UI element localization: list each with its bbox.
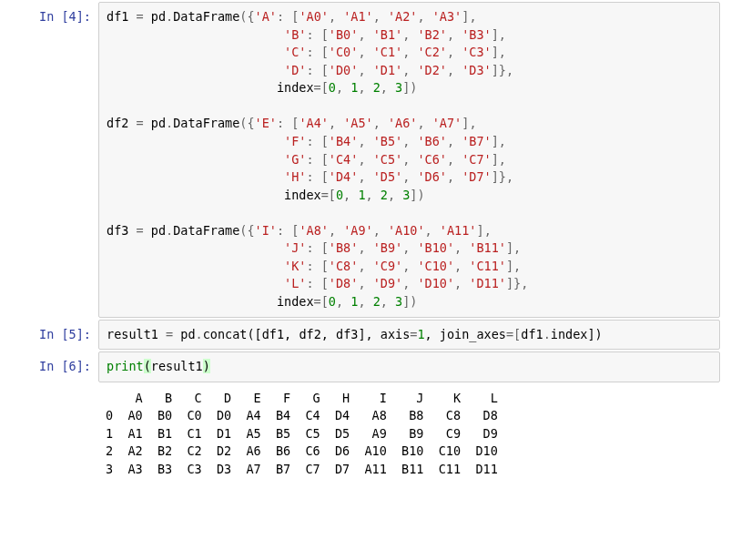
code-cell-6: In [6]: print(result1) [0, 351, 731, 382]
output-cell-6: A B C D E F G H I J K L 0 A0 B0 C0 D0 A4… [0, 384, 731, 484]
code-block: result1 = pd.concat([df1, df2, df3], axi… [107, 326, 712, 344]
code-input-5[interactable]: result1 = pd.concat([df1, df2, df3], axi… [98, 320, 720, 351]
prompt-out-empty [0, 384, 98, 484]
stdout-output: A B C D E F G H I J K L 0 A0 B0 C0 D0 A4… [98, 384, 720, 484]
prompt-in-6: In [6]: [0, 351, 98, 382]
code-block: print(result1) [107, 358, 712, 376]
code-cell-4: In [4]: df1 = pd.DataFrame({'A': ['A0', … [0, 2, 731, 318]
code-cell-5: In [5]: result1 = pd.concat([df1, df2, d… [0, 320, 731, 351]
code-block: df1 = pd.DataFrame({'A': ['A0', 'A1', 'A… [107, 8, 712, 311]
code-input-6[interactable]: print(result1) [98, 351, 720, 382]
prompt-in-5: In [5]: [0, 320, 98, 351]
code-input-4[interactable]: df1 = pd.DataFrame({'A': ['A0', 'A1', 'A… [98, 2, 720, 318]
prompt-in-4: In [4]: [0, 2, 98, 318]
